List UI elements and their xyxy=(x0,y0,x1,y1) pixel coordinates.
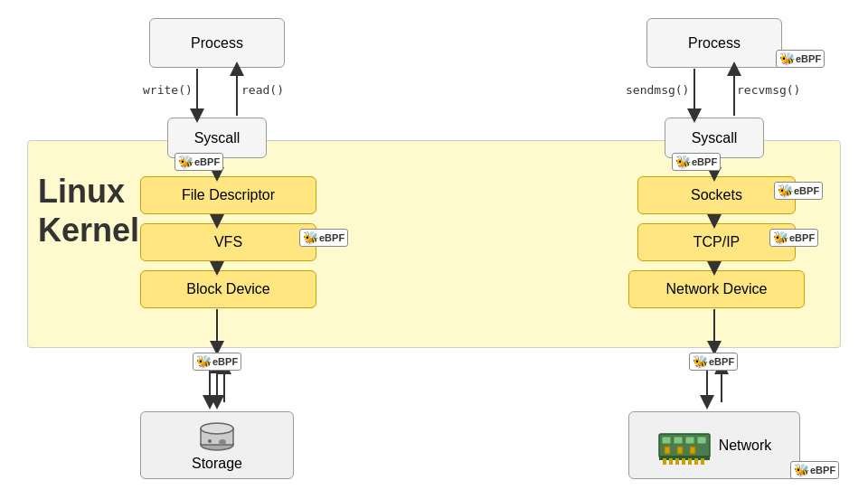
network-device-label: Network Device xyxy=(665,281,767,297)
left-syscall-ebpf: 🐝eBPF xyxy=(175,153,223,171)
svg-rect-29 xyxy=(697,437,706,444)
network-box-ebpf: 🐝eBPF xyxy=(790,461,839,479)
storage-label: Storage xyxy=(192,456,242,472)
vfs-ebpf: 🐝eBPF xyxy=(299,229,348,247)
svg-rect-32 xyxy=(690,447,695,454)
block-device-box: Block Device xyxy=(140,270,316,308)
svg-rect-36 xyxy=(675,458,679,465)
svg-rect-28 xyxy=(685,437,694,444)
svg-rect-38 xyxy=(688,458,692,465)
svg-point-23 xyxy=(219,439,226,445)
tcpip-box: TCP/IP 🐝eBPF xyxy=(637,223,796,261)
right-bottom-ebpf: 🐝eBPF xyxy=(689,353,738,371)
file-descriptor-box: File Descriptor xyxy=(140,176,316,214)
right-process-box: Process xyxy=(646,18,782,68)
nic-icon xyxy=(657,427,712,465)
right-process-ebpf: 🐝eBPF xyxy=(776,50,825,68)
file-descriptor-label: File Descriptor xyxy=(182,187,275,203)
network-box: Network xyxy=(628,411,800,479)
svg-rect-40 xyxy=(701,458,704,465)
kernel-label: LinuxKernel xyxy=(38,172,139,250)
write-label: write() xyxy=(143,83,193,97)
svg-point-22 xyxy=(201,423,233,434)
svg-rect-30 xyxy=(665,447,670,454)
svg-rect-31 xyxy=(677,447,683,454)
sockets-ebpf: 🐝eBPF xyxy=(774,182,823,200)
sockets-label: Sockets xyxy=(691,187,742,203)
network-label: Network xyxy=(719,438,772,454)
svg-rect-34 xyxy=(663,458,666,465)
right-syscall-ebpf: 🐝eBPF xyxy=(672,153,721,171)
vfs-box: VFS 🐝eBPF xyxy=(140,223,316,261)
svg-rect-26 xyxy=(662,437,671,444)
tcpip-ebpf: 🐝eBPF xyxy=(769,229,818,247)
right-process-label: Process xyxy=(688,35,741,52)
left-syscall-label: Syscall xyxy=(194,130,241,146)
storage-box: Storage xyxy=(140,411,294,479)
tcpip-label: TCP/IP xyxy=(693,234,741,250)
svg-rect-39 xyxy=(694,458,698,465)
svg-point-24 xyxy=(208,439,212,443)
recvmsg-label: recvmsg() xyxy=(737,83,800,97)
svg-rect-27 xyxy=(674,437,683,444)
svg-rect-35 xyxy=(669,458,673,465)
hdd-icon xyxy=(195,419,239,452)
sendmsg-label: sendmsg() xyxy=(626,83,689,97)
network-device-box: Network Device xyxy=(628,270,805,308)
sockets-box: Sockets 🐝eBPF xyxy=(637,176,796,214)
svg-rect-37 xyxy=(682,458,685,465)
block-device-label: Block Device xyxy=(186,281,269,297)
read-label: read() xyxy=(241,83,284,97)
left-bottom-ebpf: 🐝eBPF xyxy=(193,353,241,371)
vfs-label: VFS xyxy=(214,234,242,250)
right-syscall-label: Syscall xyxy=(692,130,738,146)
left-process-label: Process xyxy=(191,35,243,52)
left-process-box: Process xyxy=(149,18,285,68)
diagram: LinuxKernel xyxy=(0,0,868,499)
